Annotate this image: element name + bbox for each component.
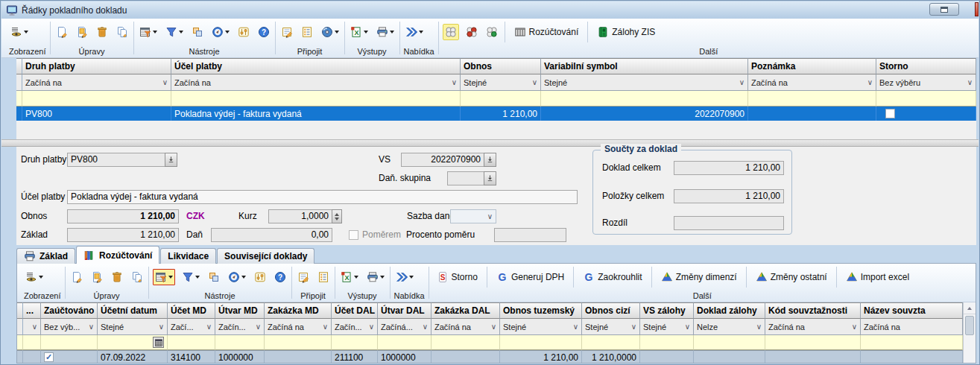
view-button[interactable] (24, 270, 45, 285)
zauctovano-checkbox[interactable]: ✓ (44, 352, 54, 362)
export-excel-button[interactable]: X (339, 270, 360, 285)
clover-red-button[interactable] (464, 25, 479, 39)
storno-button[interactable]: S Storno (433, 271, 481, 283)
header-cell[interactable]: Variabilní symbol (541, 58, 748, 74)
print-button[interactable] (375, 25, 396, 39)
header-cell[interactable]: Zaúčtováno (41, 302, 98, 319)
filter-dropdown[interactable]: Stejné∨ (640, 319, 694, 335)
vertical-scrollbar[interactable] (963, 302, 976, 363)
search-cell[interactable] (500, 335, 582, 350)
filter-dropdown[interactable]: Začín...∨ (332, 319, 378, 335)
zaokrouhlit-button[interactable]: G Zaokrouhlit (579, 271, 645, 283)
print-button[interactable] (365, 270, 386, 285)
new-record-button[interactable] (54, 25, 69, 39)
view-button[interactable] (9, 25, 30, 39)
vs-field[interactable]: 2022070900 (401, 153, 484, 167)
filter-dropdown[interactable]: Začíná na∨ (748, 74, 876, 91)
druh-platby-lookup-button[interactable] (165, 153, 177, 167)
attach-media-button[interactable] (320, 25, 341, 39)
search-cell[interactable] (378, 335, 431, 350)
edit-record-button[interactable] (75, 25, 89, 39)
zmeny-dimenzi-button[interactable]: Změny dimenzí (657, 271, 741, 283)
header-cell[interactable]: Útvar MD (215, 302, 265, 319)
header-cell[interactable]: Kód souvztažnosti (765, 302, 861, 319)
filter-dropdown[interactable]: Začí...∨ (168, 319, 215, 335)
tab-rozuctovani[interactable]: Rozúčtování (76, 246, 159, 264)
filter-dropdown[interactable]: Začíná na∨ (431, 319, 500, 335)
navigate-button[interactable] (210, 25, 231, 39)
zaklad-field[interactable]: 1 210,00 (67, 228, 179, 242)
window-restore-button[interactable] (929, 3, 959, 16)
header-cell[interactable]: Obnos (461, 58, 541, 74)
attach-list-button[interactable] (316, 270, 331, 285)
scrollbar-thumb[interactable] (965, 316, 974, 335)
vs-lookup-button[interactable] (484, 153, 496, 167)
filter-button[interactable] (164, 25, 185, 39)
header-cell[interactable]: Zakázka MD (265, 302, 332, 319)
search-cell[interactable] (215, 335, 265, 350)
titlebar[interactable]: Řádky pokladního dokladu (1, 1, 979, 19)
search-cell[interactable] (265, 335, 332, 350)
edit-record-button[interactable] (89, 270, 104, 285)
search-cell[interactable] (694, 335, 765, 350)
filter-dropdown[interactable]: Začíná na (861, 319, 963, 335)
sazba-dane-combo[interactable]: ∨ (450, 209, 496, 223)
filter-dropdown[interactable]: Bez výb...∨ (41, 319, 98, 335)
attach-note-button[interactable] (279, 25, 294, 39)
header-cell[interactable]: Útvar DAL (378, 302, 431, 319)
search-cell[interactable] (876, 91, 976, 107)
filter-dropdown[interactable]: Začín...∨ (215, 319, 265, 335)
pomerem-checkbox[interactable]: ✓ (349, 230, 358, 240)
filter-dropdown[interactable]: Nelze∨ (694, 319, 765, 335)
view-settings-button[interactable] (138, 25, 159, 39)
druh-platby-field[interactable]: PV800 (67, 153, 165, 167)
date-picker-button[interactable] (153, 337, 164, 348)
rozuctovani-button[interactable]: Rozúčtování (510, 26, 583, 38)
filter-dropdown[interactable]: Stejné∨ (541, 74, 748, 91)
generuj-dph-button[interactable]: G Generuj DPH (493, 271, 568, 283)
scroll-up-button[interactable] (964, 302, 976, 314)
tab-likvidace[interactable]: Likvidace (160, 248, 216, 264)
procento-pomeru-field[interactable] (494, 228, 566, 242)
header-cell[interactable]: ... (23, 302, 41, 319)
search-cell[interactable] (861, 335, 963, 350)
clover-green-button[interactable] (484, 25, 499, 39)
header-cell[interactable]: Obnos tuzemský (500, 302, 582, 319)
table-row-selected[interactable]: ✓ 07.09.2022 314100 1000000 211100 10000… (17, 350, 963, 363)
filter-dropdown[interactable]: Začíná na∨ (22, 74, 171, 91)
search-cell[interactable] (168, 335, 215, 350)
search-cell[interactable] (431, 335, 500, 350)
ucel-platby-field[interactable]: Pokladna výdej - faktura vydaná (67, 190, 578, 204)
header-cell[interactable]: Účet DAL (332, 302, 378, 319)
import-excel-button[interactable]: Import excel (842, 271, 913, 283)
help-button[interactable]: ? (273, 270, 288, 285)
splitter[interactable] (1, 139, 979, 147)
menu-button[interactable] (404, 25, 425, 39)
header-cell[interactable]: VS zálohy (640, 302, 694, 319)
storno-checkbox[interactable]: ✓ (885, 109, 895, 118)
search-cell[interactable] (748, 91, 876, 107)
help-button[interactable]: ? (256, 25, 271, 39)
search-cell[interactable] (582, 335, 640, 350)
clover-all-button[interactable] (443, 24, 459, 40)
header-cell[interactable]: Doklad zálohy (694, 302, 765, 319)
menu-button[interactable] (394, 270, 415, 285)
export-excel-button[interactable]: X (349, 25, 370, 39)
filter-button[interactable] (180, 270, 201, 285)
header-cell[interactable]: Zakázka DAL (431, 302, 500, 319)
attach-list-button[interactable] (300, 25, 314, 39)
search-cell[interactable] (765, 335, 861, 350)
search-cell[interactable] (41, 335, 98, 350)
window-close-button[interactable] (975, 2, 979, 16)
attach-note-button[interactable] (296, 270, 311, 285)
header-cell[interactable]: Obnos cizí (582, 302, 640, 319)
filter-dropdown[interactable]: ∨ (23, 319, 41, 335)
view-settings-button[interactable] (153, 269, 175, 285)
header-cell[interactable]: Název souvzta (861, 302, 963, 319)
header-cell[interactable]: Druh platby (22, 58, 171, 74)
search-cell[interactable] (171, 91, 461, 107)
search-cell[interactable] (22, 91, 171, 107)
settings-button[interactable] (236, 25, 251, 39)
search-cell[interactable] (640, 335, 694, 350)
new-record-button[interactable] (69, 270, 84, 285)
